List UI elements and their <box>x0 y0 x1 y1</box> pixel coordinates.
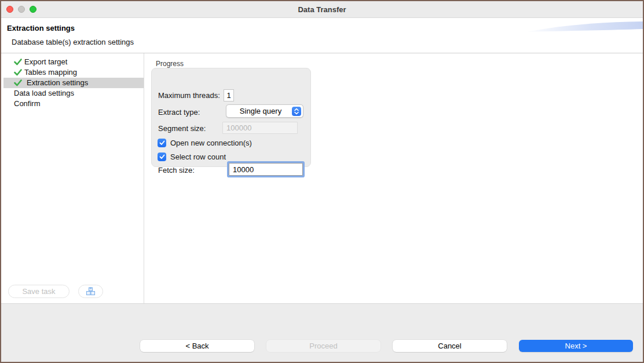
segment-size-input[interactable] <box>222 122 298 134</box>
step-label: Confirm <box>14 99 41 108</box>
step-export-target[interactable]: Export target <box>1 57 144 67</box>
checked-checkbox-icon[interactable] <box>158 139 166 147</box>
chevron-up-down-icon <box>292 107 301 116</box>
open-new-connections-label: Open new connection(s) <box>170 139 252 147</box>
steps-list: Export target Tables mapping Extraction … <box>1 53 144 109</box>
fetch-size-label: Fetch size: <box>158 166 195 175</box>
step-confirm[interactable]: Confirm <box>1 99 144 109</box>
next-button[interactable]: Next > <box>519 340 633 352</box>
data-transfer-dialog: Data Transfer Extraction settings Databa… <box>0 0 644 363</box>
checked-checkbox-icon[interactable] <box>158 153 166 161</box>
wizard-step-title: Extraction settings <box>7 24 75 32</box>
maximum-threads-input[interactable] <box>224 89 234 101</box>
window-titlebar: Data Transfer <box>1 1 643 18</box>
header-swoosh-decoration <box>527 21 643 32</box>
maximum-threads-label: Maximum threads: <box>158 91 220 100</box>
green-check-icon <box>14 59 22 66</box>
open-new-connections-row[interactable]: Open new connection(s) <box>158 138 252 147</box>
segment-size-label: Segment size: <box>158 124 206 133</box>
window-title: Data Transfer <box>1 1 643 18</box>
green-check-icon <box>14 69 22 76</box>
save-task-button[interactable]: Save task <box>8 285 69 298</box>
extract-type-label: Extract type: <box>158 108 200 117</box>
step-data-load-settings[interactable]: Data load settings <box>1 88 144 99</box>
extraction-settings-panel: Progress Maximum threads: Extract type: … <box>144 53 643 303</box>
sidebar-actions: Save task <box>1 285 144 299</box>
fetch-size-input[interactable] <box>229 163 303 176</box>
progress-group-title: Progress <box>156 60 184 68</box>
wizard-header: Extraction settings Database table(s) ex… <box>1 18 643 53</box>
wizard-step-description: Database table(s) extraction settings <box>12 38 134 46</box>
task-button[interactable] <box>78 285 103 298</box>
select-row-count-row[interactable]: Select row count <box>158 152 226 161</box>
green-check-icon <box>14 79 22 86</box>
back-button[interactable]: < Back <box>140 340 254 352</box>
step-label: Extraction settings <box>24 78 88 87</box>
cancel-button[interactable]: Cancel <box>393 340 507 352</box>
step-label: Tables mapping <box>24 68 77 77</box>
wizard-steps-sidebar: Export target Tables mapping Extraction … <box>1 53 144 303</box>
progress-groupbox: Maximum threads: Extract type: Single qu… <box>151 68 311 167</box>
wizard-button-bar: < Back Proceed Cancel Next > <box>1 303 643 362</box>
step-tables-mapping[interactable]: Tables mapping <box>1 67 144 78</box>
select-row-count-label: Select row count <box>170 153 226 161</box>
task-boxes-icon <box>86 287 96 296</box>
proceed-button[interactable]: Proceed <box>266 340 380 352</box>
step-extraction-settings[interactable]: Extraction settings <box>3 78 144 88</box>
step-label: Data load settings <box>14 89 74 97</box>
wizard-content: Export target Tables mapping Extraction … <box>1 53 643 303</box>
step-label: Export target <box>24 57 67 66</box>
extract-type-select[interactable]: Single query <box>226 104 303 118</box>
